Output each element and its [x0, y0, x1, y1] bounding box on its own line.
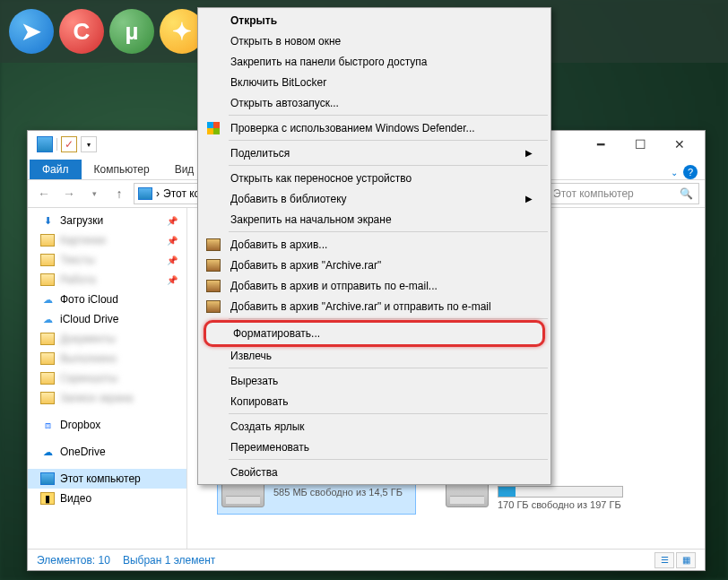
folder-icon — [40, 234, 55, 247]
sidebar-item[interactable]: Документы — [28, 329, 186, 349]
sidebar-item[interactable]: Тексты📌 — [28, 250, 186, 270]
menu-properties[interactable]: Свойства — [200, 462, 549, 482]
search-placeholder: Этот компьютер — [553, 187, 634, 200]
sidebar-item-dropbox[interactable]: ⧈Dropbox — [28, 415, 186, 435]
winrar-icon — [206, 238, 221, 251]
sidebar-item-video[interactable]: ▮Видео — [28, 489, 186, 508]
statusbar: Элементов: 10 Выбран 1 элемент ☰ ▦ — [28, 549, 705, 570]
menu-separator — [229, 115, 548, 116]
ribbon-expand-icon[interactable]: ⌄ — [671, 168, 678, 177]
sidebar-item[interactable]: Выполнено — [28, 349, 186, 368]
qat-separator — [56, 138, 57, 151]
menu-autorun[interactable]: Открыть автозапуск... — [200, 92, 549, 113]
menu-archive-email[interactable]: Добавить в архив и отправить по e-mail..… — [200, 275, 549, 296]
close-button[interactable]: ✕ — [660, 132, 699, 157]
menu-separator — [229, 165, 548, 166]
computer-icon — [138, 187, 152, 200]
dock-item[interactable]: µ — [109, 9, 154, 54]
downloads-icon: ⬇ — [40, 214, 55, 227]
drive-free-text: 585 МБ свободно из 14,5 ГБ — [273, 487, 403, 498]
forward-button[interactable]: → — [58, 183, 80, 204]
qat-checkbox-icon[interactable]: ✓ — [61, 136, 77, 152]
menu-open-new-window[interactable]: Открыть в новом окне — [200, 30, 549, 51]
winrar-icon — [206, 280, 221, 292]
menu-separator — [229, 318, 548, 319]
menu-separator — [229, 231, 548, 232]
qat-dropdown-icon[interactable]: ▾ — [81, 136, 97, 152]
icloud-icon: ☁ — [40, 293, 55, 306]
chevron-right-icon: ▶ — [525, 148, 533, 158]
up-button[interactable]: ↑ — [108, 183, 130, 204]
sidebar-item-foto-icloud[interactable]: ☁Фото iCloud — [28, 290, 186, 309]
pin-icon: 📌 — [167, 216, 178, 226]
dock-item[interactable]: C — [59, 9, 104, 54]
minimize-button[interactable]: ━ — [581, 132, 620, 157]
back-button[interactable]: ← — [33, 183, 55, 204]
sidebar-item-icloud-drive[interactable]: ☁iCloud Drive — [28, 309, 186, 329]
breadcrumb-sep: › — [156, 187, 160, 200]
dropbox-icon: ⧈ — [40, 419, 55, 431]
history-dropdown[interactable]: ▾ — [83, 183, 105, 204]
breadcrumb-location: Этот ко — [163, 187, 200, 200]
tab-file[interactable]: Файл — [30, 160, 82, 179]
folder-icon — [40, 352, 55, 365]
folder-icon — [40, 273, 55, 286]
menu-copy[interactable]: Копировать — [200, 391, 549, 411]
menu-pin-quick-access[interactable]: Закрепить на панели быстрого доступа — [200, 51, 549, 72]
status-items-count: Элементов: 10 — [37, 554, 110, 567]
menu-pin-start[interactable]: Закрепить на начальном экране — [200, 209, 549, 229]
menu-format-highlighted[interactable]: Форматировать... — [204, 320, 545, 347]
capacity-bar — [498, 486, 623, 498]
menu-separator — [229, 368, 548, 368]
sidebar-item[interactable]: Работа📌 — [28, 270, 186, 290]
video-icon: ▮ — [40, 492, 55, 505]
onedrive-icon: ☁ — [40, 446, 55, 458]
search-input[interactable]: Этот компьютер 🔍 — [547, 183, 699, 204]
context-menu: Открыть Открыть в новом окне Закрепить н… — [197, 7, 551, 485]
menu-defender[interactable]: Проверка с использованием Windows Defend… — [200, 117, 549, 138]
menu-add-archive[interactable]: Добавить в архив... — [200, 234, 549, 255]
sidebar-item[interactable]: Картинки📌 — [28, 230, 186, 250]
folder-icon — [40, 254, 55, 266]
menu-extract[interactable]: Извлечь — [200, 345, 549, 366]
view-tiles-button[interactable]: ▦ — [676, 552, 696, 568]
menu-separator — [229, 413, 548, 414]
winrar-icon — [206, 259, 221, 272]
menu-open[interactable]: Открыть — [200, 10, 549, 30]
view-details-button[interactable]: ☰ — [654, 552, 674, 568]
chevron-right-icon: ▶ — [525, 194, 533, 203]
menu-share[interactable]: Поделиться▶ — [200, 143, 549, 163]
menu-rename[interactable]: Переименовать — [200, 437, 549, 457]
defender-icon — [207, 122, 220, 134]
folder-icon — [40, 372, 55, 385]
dock-item[interactable]: ➤ — [9, 9, 54, 54]
computer-icon — [40, 472, 55, 485]
status-selected: Выбран 1 элемент — [123, 554, 215, 567]
icloud-icon: ☁ — [40, 313, 55, 325]
folder-icon — [40, 392, 55, 404]
winrar-icon — [206, 300, 221, 313]
menu-separator — [229, 140, 548, 141]
menu-portable-device[interactable]: Открыть как переносное устройство — [200, 168, 549, 188]
menu-add-archive-named[interactable]: Добавить в архив "Archive.rar" — [200, 255, 549, 275]
menu-archive-email-named[interactable]: Добавить в архив "Archive.rar" и отправи… — [200, 296, 549, 316]
menu-cut[interactable]: Вырезать — [200, 370, 549, 391]
menu-separator — [229, 459, 548, 460]
sidebar-item-downloads[interactable]: ⬇ Загрузки 📌 — [28, 211, 186, 230]
drive-free-text: 170 ГБ свободно из 197 ГБ — [498, 499, 623, 510]
menu-create-shortcut[interactable]: Создать ярлык — [200, 416, 549, 437]
sidebar-item[interactable]: Записи экрана — [28, 388, 186, 408]
sidebar: ⬇ Загрузки 📌 Картинки📌 Тексты📌 Работа📌 ☁… — [28, 208, 187, 549]
menu-bitlocker[interactable]: Включить BitLocker — [200, 72, 549, 92]
search-icon: 🔍 — [680, 187, 693, 200]
tab-computer[interactable]: Компьютер — [82, 160, 162, 179]
help-icon[interactable]: ? — [683, 165, 698, 179]
app-icon — [37, 136, 53, 152]
folder-icon — [40, 333, 55, 345]
maximize-button[interactable]: ☐ — [620, 132, 660, 157]
menu-add-library[interactable]: Добавить в библиотеку▶ — [200, 188, 549, 209]
sidebar-item-this-pc[interactable]: Этот компьютер — [28, 469, 186, 489]
sidebar-item-onedrive[interactable]: ☁OneDrive — [28, 442, 186, 462]
sidebar-item[interactable]: Скриншоты — [28, 368, 186, 388]
